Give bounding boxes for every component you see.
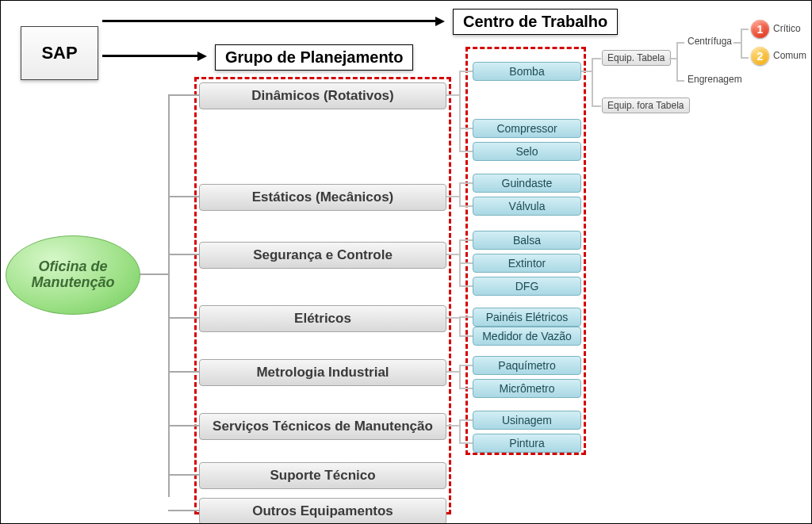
priority-critico: Crítico — [773, 23, 801, 34]
conn-usi — [459, 419, 473, 421]
wc-pintura: Pintura — [473, 434, 581, 453]
wc-balsa: Balsa — [473, 231, 581, 250]
trunk-line-root — [140, 273, 168, 275]
wc-guindaste: Guindaste — [473, 174, 581, 193]
plan-node-estaticos: Estáticos (Mecânicos) — [199, 184, 446, 211]
conn-crit — [741, 29, 749, 30]
plan-node-servicos: Serviços Técnicos de Manutenção — [199, 413, 446, 440]
dashed-frame-planning — [194, 77, 451, 514]
conn-plan-4 — [168, 371, 199, 373]
leaf-centrifuga: Centrífuga — [688, 36, 732, 47]
conn-paq — [459, 365, 473, 366]
leaf-engrenagem: Engrenagem — [688, 74, 742, 85]
wc-bomba: Bomba — [473, 62, 581, 81]
conn-compr — [459, 128, 473, 129]
plan-node-dinamicos: Dinâmicos (Rotativos) — [199, 82, 446, 109]
node-equip-tabela: Equip. Tabela — [602, 50, 671, 66]
wc-paineis: Painéis Elétricos — [473, 308, 581, 327]
conn-met-stub — [446, 371, 459, 373]
conn-est-stub — [446, 196, 459, 197]
conn-dfg — [459, 285, 473, 287]
trunk-line-vertical — [168, 94, 170, 497]
priority-1-icon: 1 — [751, 20, 769, 38]
conn-bomba-e-v — [592, 58, 593, 107]
conn-cent-v — [741, 29, 742, 59]
conn-met-v — [459, 365, 461, 389]
conn-plan-5 — [168, 425, 199, 426]
wc-extintor: Extintor — [473, 254, 581, 273]
wc-selo: Selo — [473, 142, 581, 161]
conn-balsa — [459, 239, 473, 241]
sap-box: SAP — [21, 26, 98, 80]
conn-paineis — [459, 316, 473, 318]
conn-equip-tab — [592, 58, 601, 59]
node-equip-fora: Equip. fora Tabela — [602, 98, 690, 113]
conn-ele-v — [459, 316, 461, 337]
wc-dfg: DFG — [473, 277, 581, 296]
priority-2-icon: 2 — [751, 47, 769, 65]
conn-ext — [459, 262, 473, 264]
plan-node-outros: Outros Equipamentos — [199, 498, 446, 524]
wc-micrometro: Micrômetro — [473, 379, 581, 398]
conn-comum — [741, 57, 749, 59]
plan-node-metrologia: Metrologia Industrial — [199, 359, 446, 386]
conn-plan-6 — [168, 474, 199, 476]
conn-bomba — [459, 71, 473, 72]
conn-srv-v — [459, 419, 461, 444]
plan-node-seguranca: Segurança e Controle — [199, 242, 446, 269]
conn-valv — [459, 205, 473, 207]
conn-plan-3 — [168, 317, 199, 319]
conn-din-v — [459, 71, 461, 151]
conn-selo — [459, 151, 473, 152]
conn-engren — [676, 80, 684, 82]
conn-plan-2 — [168, 254, 199, 255]
conn-equip-fora — [592, 105, 601, 107]
conn-srv-stub — [446, 425, 459, 426]
plan-node-eletricos: Elétricos — [199, 305, 446, 332]
wc-valvula: Válvula — [473, 197, 581, 216]
arrow-sap-to-grupo — [102, 55, 204, 57]
conn-seg-stub — [446, 254, 459, 255]
conn-din-stub — [446, 94, 459, 96]
conn-est-v — [459, 182, 461, 207]
conn-medidor — [459, 335, 473, 337]
conn-pin — [459, 442, 473, 444]
conn-centrif — [676, 42, 684, 44]
wc-compressor: Compressor — [473, 119, 581, 138]
header-grupo-planejamento: Grupo de Planejamento — [215, 44, 413, 71]
wc-medidor-vazao: Medidor de Vazão — [473, 327, 581, 346]
arrow-sap-to-centro — [102, 20, 442, 22]
conn-bomba-e-stub — [581, 71, 592, 72]
conn-tab-e-v — [676, 42, 678, 82]
root-oficina-manutencao: Oficina de Manutenção — [6, 235, 140, 315]
root-label: Oficina de Manutenção — [31, 259, 114, 291]
wc-paquimetro: Paquímetro — [473, 356, 581, 375]
plan-node-suporte: Suporte Técnico — [199, 462, 446, 489]
conn-plan-0 — [168, 94, 199, 96]
conn-ele-stub — [446, 317, 459, 319]
conn-plan-1 — [168, 196, 199, 197]
conn-guind — [459, 182, 473, 184]
header-centro-trabalho: Centro de Trabalho — [453, 9, 618, 35]
wc-usinagem: Usinagem — [473, 411, 581, 430]
conn-mic — [459, 388, 473, 389]
conn-plan-7 — [168, 510, 199, 511]
priority-comum: Comum — [773, 50, 806, 61]
